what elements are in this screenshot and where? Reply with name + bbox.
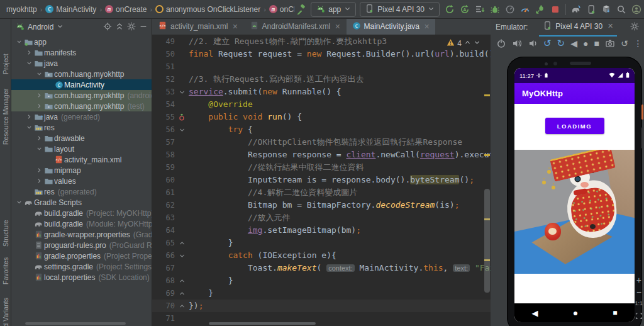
- load-image-button[interactable]: LOADIMG: [545, 118, 604, 134]
- breadcrumb-item[interactable]: monCreate: [105, 5, 147, 14]
- tree-open-chevron-icon[interactable]: [15, 199, 23, 206]
- attach-debugger-icon[interactable]: [534, 3, 547, 16]
- fold-open-icon[interactable]: [177, 250, 186, 261]
- volume-up-icon[interactable]: [512, 38, 522, 49]
- tree-closed-chevron-icon[interactable]: [35, 135, 43, 142]
- fold-open-icon[interactable]: [177, 87, 186, 97]
- tree-item-com-huang-myokhttp[interactable]: com.huang.myokhttp(androidTest): [11, 90, 152, 101]
- tree-open-chevron-icon[interactable]: [35, 145, 43, 152]
- breadcrumb-item[interactable]: monClick: [269, 5, 294, 14]
- device-select[interactable]: Pixel 4 API 30: [360, 2, 440, 17]
- code-area[interactable]: 49//2. 建立 Request物件.敲門的動作.要找okhttp350fin…: [152, 35, 491, 326]
- tree-item-values[interactable]: values: [11, 176, 152, 186]
- tree-item-layout[interactable]: layout: [11, 143, 152, 154]
- run-configuration-select[interactable]: app: [311, 2, 356, 17]
- tree-open-chevron-icon[interactable]: [25, 60, 33, 67]
- tree-item-gradle-properties[interactable]: gradle.properties(Project Properti: [11, 250, 152, 261]
- debug-icon[interactable]: [489, 3, 501, 16]
- collapse-all-icon[interactable]: [115, 22, 124, 33]
- project-view-mode[interactable]: Android: [28, 23, 53, 31]
- prev-warning-icon[interactable]: [464, 39, 471, 48]
- tool-window-button-project[interactable]: Project: [2, 53, 9, 74]
- profiler-icon[interactable]: [519, 3, 531, 16]
- nav-back-button[interactable]: ◀: [532, 308, 538, 318]
- tree-item-java[interactable]: *java(generated): [11, 111, 152, 122]
- fold-open-icon[interactable]: [177, 125, 186, 135]
- phone-screen[interactable]: 11:27 MyOKHttp LOADIMG: [514, 68, 635, 322]
- scrollbar-thumb[interactable]: [484, 189, 490, 293]
- screenshot-icon[interactable]: [605, 38, 615, 49]
- fold-close-icon[interactable]: [177, 301, 186, 311]
- tree-item-gradle-wrapper-properties[interactable]: gradle-wrapper.properties(Gradle: [11, 229, 152, 240]
- run-restart-icon[interactable]: A: [458, 3, 471, 16]
- editor-tab-activity-main-xml[interactable]: </>activity_main.xml✕: [152, 19, 244, 35]
- tool-window-button-favorites[interactable]: Favorites: [2, 257, 9, 284]
- close-icon[interactable]: ✕: [608, 22, 613, 30]
- fold-close-icon[interactable]: [177, 276, 186, 286]
- zoom-out-button[interactable]: −: [636, 288, 641, 296]
- tree-item-com-huang-myokhttp[interactable]: com.huang.myokhttp: [11, 69, 152, 79]
- tool-window-button-build-variants[interactable]: Build Variants: [2, 298, 9, 326]
- close-tab-icon[interactable]: ✕: [335, 23, 340, 31]
- emulator-settings-gear-icon[interactable]: [630, 22, 639, 33]
- more-icon[interactable]: ⋮: [634, 38, 643, 49]
- volume-down-icon[interactable]: [528, 38, 538, 49]
- project-horizontal-scrollbar[interactable]: [25, 322, 126, 325]
- tree-item-gradle-scripts[interactable]: Gradle Scripts: [11, 197, 152, 208]
- emulator-device-tab[interactable]: Pixel 4 API 30 ✕: [539, 19, 617, 37]
- fit-screen-icon[interactable]: [635, 311, 643, 322]
- apply-code-changes-icon[interactable]: [474, 3, 486, 16]
- rotate-cw-icon[interactable]: ↻: [557, 38, 565, 49]
- tree-closed-chevron-icon[interactable]: [25, 113, 33, 120]
- tree-item-app[interactable]: app: [11, 37, 152, 47]
- tree-item-activity-main-xml[interactable]: </>activity_main.xml: [11, 154, 152, 165]
- next-warning-icon[interactable]: [474, 39, 480, 48]
- nav-home-button[interactable]: ●: [573, 308, 578, 318]
- build-hammer-icon[interactable]: [294, 3, 307, 16]
- zoom-in-button[interactable]: +: [636, 276, 641, 284]
- tree-item-res[interactable]: res(generated): [11, 186, 152, 197]
- tree-item-drawable[interactable]: drawable: [11, 133, 152, 143]
- tree-open-chevron-icon[interactable]: [35, 70, 43, 77]
- search-everywhere-icon[interactable]: [615, 3, 628, 16]
- tree-item-build-gradle[interactable]: build.gradle(Module: MyOKHttp.a: [11, 218, 152, 229]
- editor-vertical-scrollbar[interactable]: [484, 35, 490, 326]
- tree-closed-chevron-icon[interactable]: [35, 177, 43, 184]
- hide-panel-icon[interactable]: [139, 22, 148, 33]
- tree-closed-chevron-icon[interactable]: [35, 167, 43, 174]
- tree-closed-chevron-icon[interactable]: [35, 92, 43, 99]
- tree-item-proguard-rules-pro[interactable]: proguard-rules.pro(ProGuard Rule: [11, 240, 152, 250]
- tree-item-res[interactable]: res: [11, 122, 152, 133]
- tree-item-local-properties[interactable]: local.properties(SDK Location): [11, 272, 152, 283]
- fold-close-icon[interactable]: [177, 288, 186, 298]
- back-icon[interactable]: ◀: [570, 38, 577, 49]
- code-editor[interactable]: </>activity_main.xml✕AndroidManifest.xml…: [152, 19, 491, 326]
- tree-open-chevron-icon[interactable]: [25, 124, 33, 131]
- tool-window-button-resource-manager[interactable]: Resource Manager: [2, 89, 9, 145]
- stop-icon[interactable]: [549, 3, 562, 16]
- tree-item-mainactivity[interactable]: CMainActivity: [11, 79, 152, 90]
- snapshots-icon[interactable]: ↺: [621, 38, 628, 49]
- tree-closed-chevron-icon[interactable]: [35, 103, 43, 110]
- breadcrumb-item[interactable]: anonymous OnClickListener: [155, 5, 260, 14]
- home-icon[interactable]: ●: [583, 38, 588, 49]
- inspection-widget[interactable]: 4: [447, 38, 480, 48]
- power-icon[interactable]: [496, 38, 506, 49]
- run-icon[interactable]: [443, 3, 456, 16]
- tree-item-com-huang-myokhttp[interactable]: com.huang.myokhttp(test): [11, 101, 152, 111]
- tool-window-button-structure[interactable]: Structure: [2, 220, 9, 247]
- rotate-ccw-icon[interactable]: ↺: [543, 38, 552, 49]
- locate-file-icon[interactable]: [103, 22, 112, 33]
- tree-open-chevron-icon[interactable]: [15, 38, 23, 45]
- device-manager-icon[interactable]: [585, 3, 597, 16]
- breadcrumb-item[interactable]: myokhttp: [6, 5, 37, 14]
- editor-tab-androidmanifest-xml[interactable]: AndroidManifest.xml✕: [244, 19, 347, 35]
- fold-close-icon[interactable]: [177, 238, 186, 248]
- nav-overview-button[interactable]: ■: [613, 308, 617, 317]
- tree-item-java[interactable]: java: [11, 58, 152, 69]
- avatar-icon[interactable]: [630, 3, 643, 16]
- chevron-down-icon[interactable]: [57, 23, 64, 31]
- tree-item-mipmap[interactable]: mipmap: [11, 165, 152, 176]
- tree-item-manifests[interactable]: manifests: [11, 47, 152, 58]
- breadcrumb-item[interactable]: CMainActivity: [45, 5, 96, 14]
